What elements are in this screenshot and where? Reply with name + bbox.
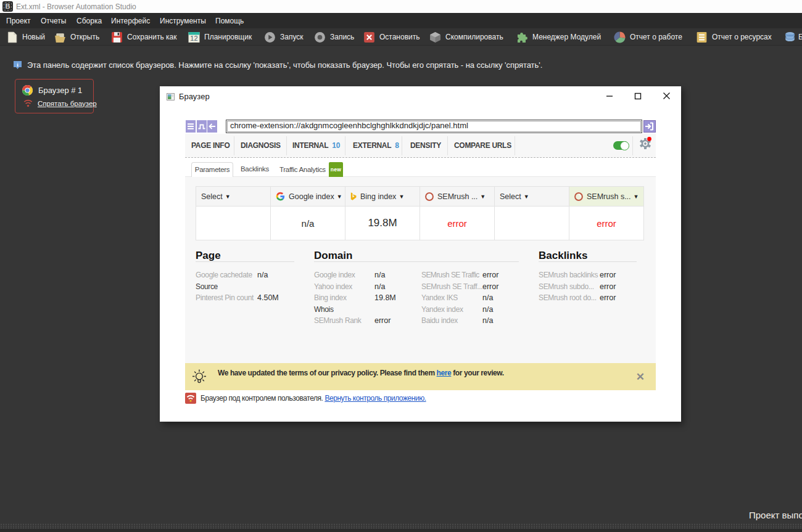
svg-text:12: 12 [190, 35, 197, 42]
